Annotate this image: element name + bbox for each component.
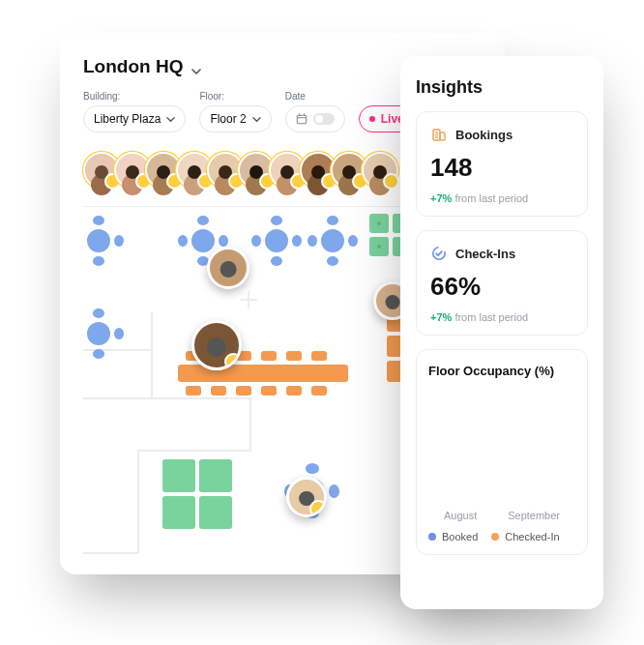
legend-checked: Checked-In [491, 531, 559, 542]
building-label: Building: [83, 91, 186, 102]
person-marker[interactable] [207, 247, 249, 289]
checkins-label: Check-Ins [455, 247, 515, 261]
person-avatar[interactable] [362, 152, 398, 189]
insights-panel: Insights Bookings 148 +7% from last peri… [400, 56, 603, 609]
swatch-icon [428, 533, 436, 541]
person-marker[interactable] [286, 477, 327, 517]
occupancy-title: Floor Occupancy (%) [428, 364, 575, 378]
live-dot-icon [369, 116, 375, 122]
occupancy-legend: Booked Checked-In [428, 531, 575, 542]
checkins-value: 66% [430, 272, 573, 302]
month-label: August [444, 510, 477, 521]
svg-rect-0 [297, 115, 306, 124]
swatch-icon [491, 533, 499, 541]
chevron-down-icon [166, 115, 175, 124]
chevron-down-icon [252, 115, 261, 124]
floor-field: Floor: Floor 2 [199, 91, 271, 132]
desk-cluster[interactable] [83, 216, 124, 266]
chevron-down-icon [190, 61, 202, 73]
checkins-card[interactable]: Check-Ins 66% +7% from last period [416, 230, 588, 336]
desk-cluster[interactable] [162, 459, 234, 531]
occupancy-card[interactable]: Floor Occupancy (%) August September Boo… [416, 349, 588, 555]
bookings-delta: +7% from last period [430, 192, 573, 204]
location-title: London HQ [83, 56, 183, 77]
date-toggle[interactable] [313, 113, 335, 125]
bookings-label: Bookings [455, 128, 512, 142]
checkins-delta: +7% from last period [430, 311, 573, 323]
check-circle-icon [430, 245, 448, 262]
building-value: Liberty Plaza [94, 112, 161, 126]
date-label: Date [285, 91, 345, 102]
month-label: September [508, 510, 560, 521]
desk-cluster[interactable] [251, 216, 302, 266]
bookings-value: 148 [430, 153, 573, 183]
floor-selector[interactable]: Floor 2 [199, 105, 271, 132]
date-field: Date [285, 91, 345, 132]
building-selector[interactable]: Liberty Plaza [83, 105, 186, 132]
bookings-card[interactable]: Bookings 148 +7% from last period [416, 111, 588, 217]
building-field: Building: Liberty Plaza [83, 91, 186, 132]
floor-value: Floor 2 [210, 112, 246, 126]
occupancy-chart [428, 388, 575, 502]
legend-booked: Booked [428, 531, 478, 542]
svg-rect-2 [440, 132, 445, 140]
insights-title: Insights [416, 77, 588, 98]
desk-cluster[interactable] [83, 308, 124, 359]
date-selector[interactable] [285, 105, 345, 132]
desk-cluster[interactable] [307, 216, 358, 266]
person-marker[interactable] [191, 320, 242, 370]
occupancy-x-labels: August September [428, 510, 575, 521]
floor-label: Floor: [199, 91, 271, 102]
calendar-icon [296, 113, 307, 125]
building-icon [430, 126, 448, 143]
